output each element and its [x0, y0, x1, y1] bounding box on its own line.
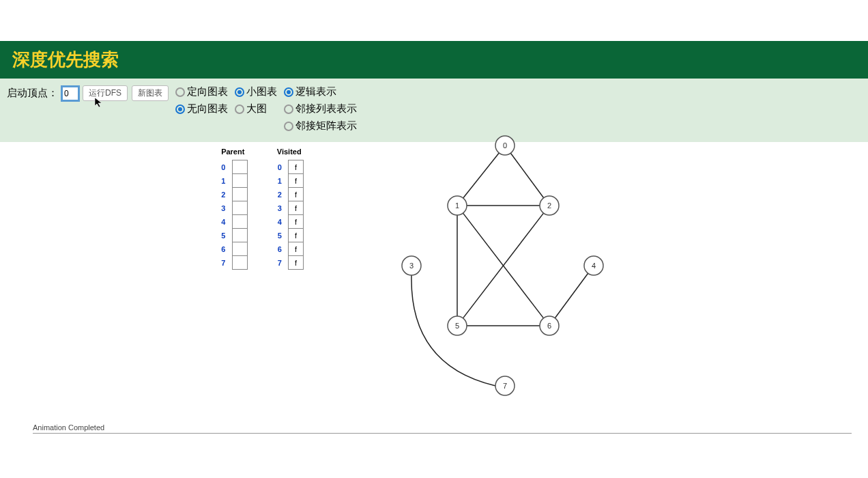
row-value: f — [289, 174, 304, 188]
page-title: 深度优先搜索 — [0, 41, 868, 79]
row-value — [232, 160, 247, 174]
graph-node-label: 2 — [547, 201, 551, 210]
row-index: 0 — [218, 160, 232, 174]
start-vertex-input[interactable] — [62, 87, 78, 100]
row-index: 3 — [275, 201, 289, 215]
table-row: 4f — [275, 215, 304, 229]
radio-undirected-label: 无向图表 — [187, 102, 228, 115]
radio-large-label: 大图 — [246, 102, 267, 115]
row-index: 6 — [275, 242, 289, 256]
row-value: f — [289, 229, 304, 242]
row-value — [232, 229, 247, 242]
row-value — [232, 215, 247, 229]
row-index: 4 — [218, 215, 232, 229]
table-row: 0 — [218, 160, 247, 174]
table-row: 2 — [218, 188, 247, 201]
repr-radio-group: 逻辑表示 邻接列表表示 邻接矩阵表示 — [284, 85, 357, 132]
radio-adjmatrix-label: 邻接矩阵表示 — [295, 120, 357, 132]
row-index: 2 — [275, 188, 289, 201]
table-row: 6f — [275, 242, 304, 256]
row-value: f — [289, 160, 304, 174]
row-index: 2 — [218, 188, 232, 201]
row-index: 5 — [218, 229, 232, 242]
row-index: 7 — [275, 256, 289, 270]
row-index: 4 — [275, 215, 289, 229]
row-index: 5 — [275, 229, 289, 242]
row-value — [232, 242, 247, 256]
graph-edge — [510, 153, 543, 197]
graph-node-label: 3 — [409, 262, 414, 270]
table-row: 4 — [218, 215, 247, 229]
table-row: 0f — [275, 160, 304, 174]
table-row: 1 — [218, 174, 247, 188]
row-value: f — [289, 242, 304, 256]
table-row: 7f — [275, 256, 304, 270]
row-index: 1 — [275, 174, 289, 188]
start-vertex-label: 启动顶点： — [7, 87, 58, 100]
row-value — [232, 174, 247, 188]
table-row: 5f — [275, 229, 304, 242]
radio-directed-label: 定向图表 — [187, 85, 228, 98]
table-row: 1f — [275, 174, 304, 188]
row-index: 3 — [218, 201, 232, 215]
row-value: f — [289, 188, 304, 201]
size-radio-group: 小图表 大图 — [235, 85, 277, 115]
row-index: 6 — [218, 242, 232, 256]
radio-undirected[interactable] — [175, 104, 185, 114]
graph-node-label: 1 — [455, 201, 459, 210]
radio-small-label: 小图表 — [246, 85, 277, 98]
graph-node-label: 0 — [503, 141, 507, 150]
graph-edge — [463, 153, 500, 198]
radio-logical[interactable] — [284, 87, 293, 97]
table-row: 3f — [275, 201, 304, 215]
row-value — [232, 201, 247, 215]
graph-edge — [463, 213, 544, 270]
graph-node-label: 4 — [592, 262, 596, 270]
radio-adjmatrix[interactable] — [284, 122, 293, 131]
row-index: 1 — [218, 174, 232, 188]
table-row: 7 — [218, 256, 247, 270]
row-index: 7 — [218, 256, 232, 270]
table-row: 5 — [218, 229, 247, 242]
table-row: 3 — [218, 201, 247, 215]
run-dfs-button[interactable]: 运行DFS — [83, 85, 128, 101]
radio-directed[interactable] — [175, 87, 185, 97]
visited-table-title: Visited — [275, 147, 304, 160]
direction-radio-group: 定向图表 无向图表 — [175, 85, 228, 115]
radio-large[interactable] — [235, 104, 244, 114]
radio-adjlist[interactable] — [284, 104, 293, 114]
new-graph-button[interactable]: 新图表 — [132, 85, 169, 101]
parent-table-title: Parent — [218, 147, 248, 160]
visited-table-wrap: Visited 0f1f2f3f4f5f6f7f — [275, 147, 304, 270]
parent-table-wrap: Parent 01234567 — [218, 147, 248, 270]
parent-table: 01234567 — [218, 160, 248, 270]
row-value: f — [289, 201, 304, 215]
row-value — [232, 256, 247, 270]
row-value: f — [289, 215, 304, 229]
radio-adjlist-label: 邻接列表表示 — [295, 102, 357, 115]
radio-logical-label: 逻辑表示 — [295, 85, 336, 98]
table-row: 6 — [218, 242, 247, 256]
row-value: f — [289, 256, 304, 270]
graph-edge — [463, 213, 544, 270]
row-index: 0 — [275, 160, 289, 174]
visited-table: 0f1f2f3f4f5f6f7f — [275, 160, 304, 270]
row-value — [232, 188, 247, 201]
graph-canvas: 01234567 — [368, 133, 641, 270]
radio-small[interactable] — [235, 87, 244, 97]
table-row: 2f — [275, 188, 304, 201]
